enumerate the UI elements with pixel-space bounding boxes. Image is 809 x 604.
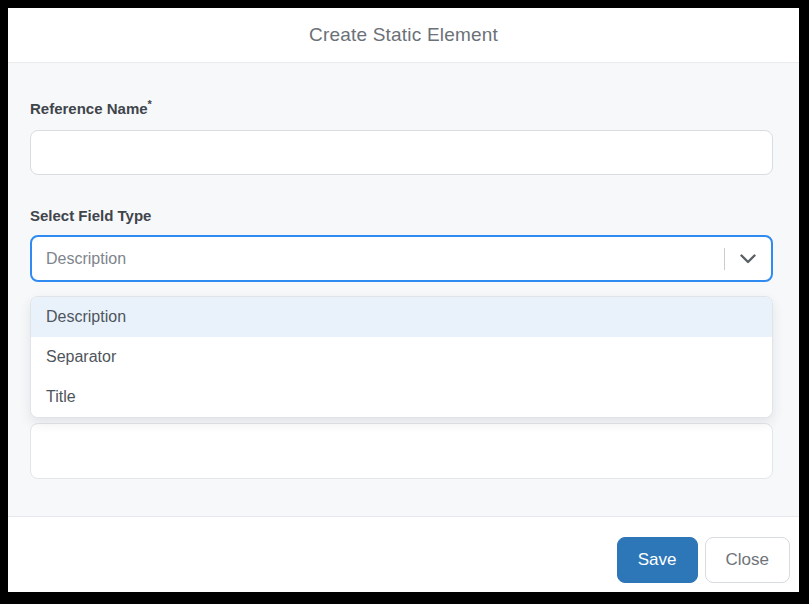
reference-name-label: Reference Name* [30,100,773,118]
field-type-selected-value: Description [32,250,724,268]
create-static-element-dialog: Create Static Element Reference Name* Se… [8,8,799,592]
field-type-label: Select Field Type [30,207,773,225]
field-type-dropdown-list: Description Separator Title [30,296,773,418]
close-button[interactable]: Close [705,537,790,583]
required-asterisk: * [148,98,152,110]
dialog-header: Create Static Element [8,8,799,63]
dropdown-option-description[interactable]: Description [31,297,772,337]
spacer [30,175,773,207]
modal-backdrop: Create Static Element Reference Name* Se… [0,0,809,604]
field-type-select[interactable]: Description [30,235,773,282]
dialog-footer: Save Close [8,516,799,592]
reference-name-input[interactable] [30,130,773,175]
dropdown-option-title[interactable]: Title [31,377,772,417]
dialog-body: Reference Name* Select Field Type Descri… [8,63,799,516]
save-button[interactable]: Save [617,537,698,583]
dialog-title: Create Static Element [309,24,498,46]
description-textarea[interactable] [30,423,773,479]
select-divider [724,248,725,270]
chevron-down-icon [739,250,757,268]
reference-name-label-text: Reference Name [30,100,148,117]
dropdown-option-separator[interactable]: Separator [31,337,772,377]
